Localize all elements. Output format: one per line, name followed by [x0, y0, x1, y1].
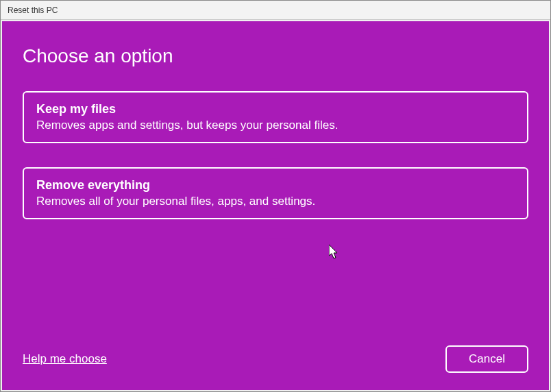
option-description: Removes apps and settings, but keeps you… — [36, 119, 515, 132]
cancel-button[interactable]: Cancel — [445, 345, 528, 373]
page-title: Choose an option — [23, 45, 528, 67]
help-me-choose-link[interactable]: Help me choose — [23, 352, 107, 366]
option-title: Remove everything — [36, 178, 515, 193]
titlebar: Reset this PC — [1, 1, 550, 20]
dialog-content: Choose an option Keep my files Removes a… — [2, 21, 549, 390]
option-title: Keep my files — [36, 102, 515, 117]
window-title: Reset this PC — [8, 5, 58, 15]
option-description: Removes all of your personal files, apps… — [36, 195, 515, 208]
dialog-footer: Help me choose Cancel — [23, 345, 528, 373]
option-keep-my-files[interactable]: Keep my files Removes apps and settings,… — [23, 91, 528, 143]
option-remove-everything[interactable]: Remove everything Removes all of your pe… — [23, 167, 528, 219]
